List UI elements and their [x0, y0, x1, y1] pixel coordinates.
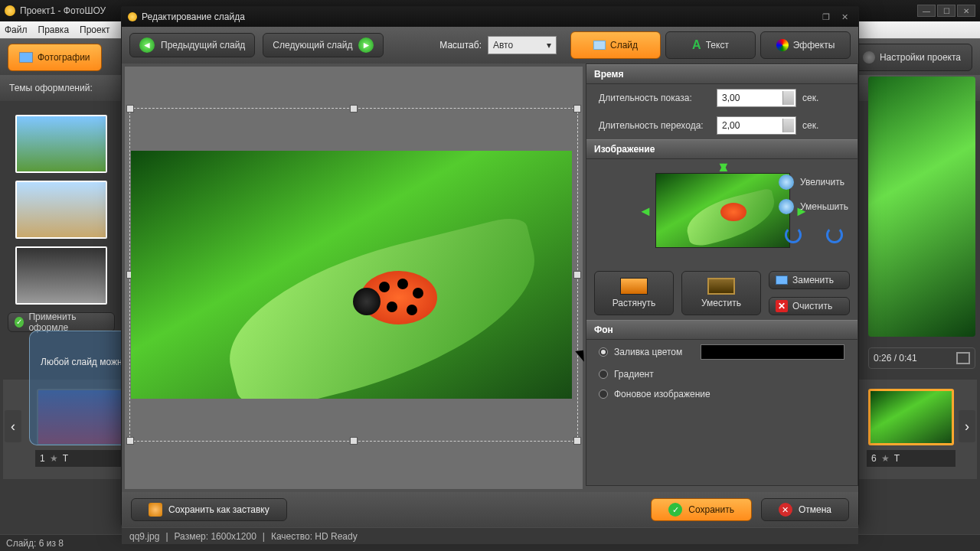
dialog-close-button[interactable]: ✕ [837, 11, 852, 22]
resize-handle[interactable] [573, 271, 581, 279]
info-filename: qq9.jpg [129, 531, 159, 542]
scale-value: Авто [493, 40, 513, 51]
menu-file[interactable]: Файл [5, 24, 28, 35]
timeline-slide-selected[interactable] [868, 389, 954, 445]
dialog-titlebar: Редактирование слайда ❐ ✕ [122, 7, 858, 27]
check-icon: ✓ [15, 317, 24, 328]
timeline-next-button[interactable]: › [959, 410, 975, 442]
app-logo-icon [5, 5, 15, 16]
scale-select[interactable]: Авто▾ [488, 36, 557, 54]
theme-thumb[interactable] [15, 246, 107, 305]
dialog-logo-icon [128, 12, 137, 21]
text-icon[interactable]: T [894, 453, 900, 464]
display-duration-label: Длительность показа: [599, 93, 717, 103]
dialog-toolbar: ◄ Предыдущий слайд Следующий слайд ► Мас… [122, 27, 858, 64]
section-background: Фон [586, 320, 858, 340]
zoom-out-icon [779, 199, 794, 214]
bg-gradient-label: Градиент [614, 369, 654, 380]
camera-icon [776, 276, 788, 285]
resize-handle[interactable] [126, 105, 134, 112]
resize-handle[interactable] [350, 105, 358, 112]
tab-text-label: Текст [706, 40, 729, 51]
next-slide-label: Следующий слайд [273, 40, 352, 51]
dialog-footer: Сохранить как заставку ✓Сохранить ✕Отмен… [122, 492, 858, 527]
timeline-prev-button[interactable]: ‹ [5, 410, 21, 442]
theme-thumb[interactable] [15, 181, 107, 239]
replace-button[interactable]: Заменить [769, 271, 850, 289]
fit-button[interactable]: Уместить [681, 271, 761, 315]
zoom-out-button[interactable]: Уменьшить [779, 199, 848, 214]
apply-theme-label: Применить оформле [28, 311, 108, 333]
status-text: Слайд: 6 из 8 [6, 538, 64, 549]
stretch-icon [620, 278, 648, 295]
info-size: Размер: 1600x1200 [175, 531, 256, 542]
cancel-button[interactable]: ✕Отмена [761, 498, 849, 521]
menu-edit[interactable]: Правка [38, 24, 70, 35]
rotate-cw-button[interactable] [826, 227, 843, 243]
slide-image[interactable] [131, 151, 572, 399]
user-icon [149, 503, 162, 517]
canvas[interactable] [125, 67, 583, 489]
tab-slide[interactable]: Слайд [570, 31, 661, 59]
zoom-in-button[interactable]: Увеличить [779, 174, 848, 190]
tab-effects[interactable]: Эффекты [760, 31, 851, 59]
minimize-button[interactable]: — [917, 5, 936, 17]
themes-label: Темы оформлений: [9, 83, 93, 93]
arrow-left-icon: ◄ [139, 37, 155, 53]
sec-unit: сек. [802, 120, 818, 131]
x-icon: ✕ [776, 300, 788, 312]
close-button[interactable]: ✕ [957, 5, 975, 17]
clear-button[interactable]: ✕Очистить [769, 297, 850, 315]
resize-handle[interactable] [350, 437, 358, 445]
save-screensaver-button[interactable]: Сохранить как заставку [131, 498, 287, 521]
project-settings-label: Настройки проекта [880, 52, 961, 63]
prev-slide-label: Предыдущий слайд [161, 40, 245, 51]
nudge-left-button[interactable]: ◄ [639, 204, 652, 217]
chevron-down-icon: ▾ [547, 40, 551, 51]
app-title: Проект1 - ФотоШОУ [20, 5, 106, 16]
resize-handle[interactable] [573, 437, 581, 445]
bg-gradient-radio[interactable] [599, 370, 608, 379]
scale-label: Масштаб: [439, 40, 482, 51]
tab-slide-label: Слайд [610, 40, 638, 51]
prev-slide-button[interactable]: ◄ Предыдущий слайд [129, 33, 255, 57]
menu-project[interactable]: Проект [80, 24, 110, 35]
dialog-restore-button[interactable]: ❐ [818, 11, 834, 22]
fullscreen-icon[interactable] [956, 352, 970, 364]
transition-duration-input[interactable]: 2,00 [717, 116, 796, 135]
section-image: Изображение [586, 139, 858, 159]
next-slide-button[interactable]: Следующий слайд ► [263, 33, 384, 57]
display-duration-input[interactable]: 3,00 [717, 89, 796, 107]
gear-icon [863, 51, 875, 64]
maximize-button[interactable]: ☐ [937, 5, 956, 17]
playback-indicator: 0:26 / 0:41 [868, 347, 975, 369]
project-settings-button[interactable]: Настройки проекта [851, 44, 972, 71]
text-icon[interactable]: T [63, 453, 68, 464]
check-icon: ✓ [668, 503, 682, 517]
slide-editor-dialog: Редактирование слайда ❐ ✕ ◄ Предыдущий с… [121, 6, 859, 527]
save-button[interactable]: ✓Сохранить [651, 498, 752, 521]
resize-handle[interactable] [126, 437, 134, 445]
star-icon[interactable]: ★ [881, 453, 890, 464]
tab-effects-label: Эффекты [793, 40, 835, 51]
tab-photos-label: Фотографии [38, 52, 90, 63]
transition-duration-label: Длительность перехода: [599, 120, 717, 131]
resize-handle[interactable] [573, 105, 581, 112]
star-icon[interactable]: ★ [50, 453, 58, 464]
apply-theme-button[interactable]: ✓ Применить оформле [8, 312, 115, 332]
rotate-ccw-button[interactable] [785, 227, 802, 243]
bg-color-swatch[interactable] [701, 344, 844, 360]
bg-color-label: Заливка цветом [614, 347, 682, 357]
tab-photos[interactable]: Фотографии [8, 44, 102, 71]
nudge-down-button[interactable]: ▼ [717, 159, 730, 173]
tab-text[interactable]: AТекст [665, 31, 756, 59]
sec-unit: сек. [802, 93, 818, 103]
slide-number: 6 [871, 453, 877, 464]
theme-thumb[interactable] [15, 115, 107, 173]
bg-image-radio[interactable] [599, 390, 608, 399]
stretch-button[interactable]: Растянуть [594, 271, 674, 315]
arrow-right-icon: ► [358, 37, 374, 53]
bg-color-radio[interactable] [599, 347, 608, 357]
text-a-icon: A [692, 38, 701, 52]
timeline-caption: 1★T [35, 450, 124, 467]
